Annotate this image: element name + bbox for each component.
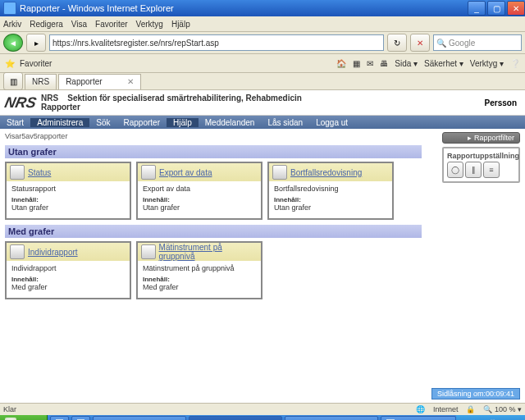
report-innehall-label: Innehåll:	[11, 196, 125, 203]
address-text: https://nrs.kvalitetsregister.se/nrs/rep…	[52, 39, 219, 48]
close-button[interactable]: ✕	[507, 1, 525, 16]
taskbar-item[interactable]: reprints - Paint	[381, 416, 456, 420]
report-card[interactable]: Export av dataExport av dataInnehåll:Uta…	[136, 162, 262, 220]
safety-menu[interactable]: Säkerhet ▾	[424, 59, 463, 68]
window-title: Rapporter - Windows Internet Explorer	[20, 3, 174, 13]
menu-hjalp[interactable]: Hjälp	[171, 20, 190, 29]
nav-start[interactable]: Start	[0, 118, 30, 127]
menu-favoriter[interactable]: Favoriter	[95, 20, 127, 29]
layout-btn-3[interactable]: ≡	[483, 162, 500, 178]
report-icon	[10, 165, 25, 180]
rapportuppstallning-panel: Rapportuppställning ◯ ‖ ≡	[442, 147, 520, 183]
section-utan-grafer: Utan grafer	[5, 145, 422, 158]
home-icon[interactable]: 🏠	[336, 59, 346, 68]
feeds-icon[interactable]: ▦	[353, 59, 360, 68]
quicktabs-button[interactable]: ▥	[3, 72, 23, 90]
tab-nrs[interactable]: NRS	[25, 74, 57, 89]
nrs-subtitle: Sektion för specialiserad smärtrehabilit…	[67, 94, 302, 103]
session-timeout: Sidlåsning om:00:09:41	[431, 388, 520, 399]
report-desc: Export av data	[143, 185, 256, 193]
report-innehall-label: Innehåll:	[274, 196, 387, 203]
report-title[interactable]: Mätinstrument på gruppnivå	[159, 243, 258, 261]
report-card[interactable]: Mätinstrument på gruppnivåMätinstrument …	[136, 241, 262, 299]
report-icon	[272, 165, 287, 180]
report-icon	[141, 244, 156, 259]
report-desc: Statusrapport	[11, 185, 125, 193]
tools-menu[interactable]: Verktyg ▾	[470, 59, 504, 68]
nav-las-sidan[interactable]: Lås sidan	[261, 118, 309, 127]
start-button[interactable]: Start	[0, 415, 48, 420]
report-card[interactable]: BortfallsredovisningBortfallsredovisning…	[267, 162, 394, 220]
address-bar[interactable]: https://nrs.kvalitetsregister.se/nrs/rep…	[49, 34, 384, 51]
search-placeholder: Google	[449, 39, 475, 48]
report-group: Utan grafer	[11, 203, 125, 212]
nav-rapporter[interactable]: Rapporter	[117, 118, 167, 127]
print-icon[interactable]: 🖶	[380, 59, 388, 68]
report-group: Utan grafer	[143, 203, 256, 212]
report-icon	[141, 165, 156, 180]
back-button[interactable]: ◄	[3, 34, 23, 52]
menu-verktyg[interactable]: Verktyg	[136, 20, 163, 29]
favorites-star-icon[interactable]: ⭐	[5, 59, 15, 68]
report-desc: Mätinstrument på gruppnivå	[143, 264, 256, 272]
menu-redigera[interactable]: Redigera	[30, 20, 63, 29]
layout-btn-2[interactable]: ‖	[465, 162, 482, 178]
tab-rapporter[interactable]: Rapporter✕	[58, 74, 140, 89]
ql-1[interactable]	[50, 416, 69, 420]
report-group: Med grafer	[11, 283, 125, 291]
section-med-grafer: Med grafer	[5, 225, 422, 238]
report-title[interactable]: Bortfallsredovisning	[290, 168, 362, 177]
search-box[interactable]: 🔍 Google	[433, 34, 522, 51]
zone-icon: 🌐	[416, 405, 425, 413]
rapportfilter-button[interactable]: ▸ Rapportfilter	[442, 132, 520, 144]
report-desc: Individrapport	[11, 264, 125, 272]
nrs-section: Rapporter	[41, 103, 302, 112]
layout-btn-1[interactable]: ◯	[447, 162, 463, 178]
favorites-label[interactable]: Favoriter	[20, 59, 52, 68]
menu-visa[interactable]: Visa	[71, 20, 87, 29]
zoom-level[interactable]: 🔍 100 % ▾	[483, 405, 522, 413]
taskbar-item[interactable]: Microsoft Excel - und...	[285, 416, 378, 420]
nrs-logo: NRS	[0, 94, 43, 112]
menu-arkiv[interactable]: Arkiv	[3, 20, 21, 29]
maximize-button[interactable]: ▢	[487, 1, 505, 16]
forward-button[interactable]: ▸	[26, 34, 46, 52]
report-icon	[10, 244, 25, 259]
report-card[interactable]: IndividrapportIndividrapportInnehåll:Med…	[5, 241, 131, 299]
nav-hjalp[interactable]: Hjälp	[167, 118, 199, 127]
report-title[interactable]: Status	[28, 168, 51, 177]
nav-administrera[interactable]: Administrera	[30, 118, 89, 127]
page-menu[interactable]: Sida ▾	[395, 59, 418, 68]
protected-mode-icon: 🔒	[466, 405, 475, 413]
ie-icon	[3, 2, 16, 15]
report-title[interactable]: Individrapport	[28, 248, 78, 257]
report-innehall-label: Innehåll:	[143, 196, 256, 203]
taskbar-item[interactable]: Arbetsbeskrivning fil...	[93, 416, 186, 420]
nav-sok[interactable]: Sök	[89, 118, 116, 127]
taskbar-item[interactable]: Rapporter - Windows...	[189, 416, 282, 420]
nav-logga-ut[interactable]: Logga ut	[309, 118, 354, 127]
nrs-username: Persson	[485, 98, 525, 107]
help-icon[interactable]: ❔	[510, 59, 520, 68]
stop-button[interactable]: ✕	[410, 34, 430, 52]
minimize-button[interactable]: _	[468, 1, 486, 16]
report-title[interactable]: Export av data	[159, 168, 212, 177]
report-desc: Bortfallsredovisning	[274, 185, 387, 193]
report-card[interactable]: StatusStatusrapportInnehåll:Utan grafer	[5, 162, 131, 220]
report-innehall-label: Innehåll:	[11, 276, 125, 283]
rapportuppstallning-title: Rapportuppställning	[447, 152, 515, 160]
tab-close-icon[interactable]: ✕	[127, 77, 134, 86]
zone-label: Internet	[433, 405, 459, 413]
refresh-button[interactable]: ↻	[387, 34, 407, 52]
mail-icon[interactable]: ✉	[367, 59, 373, 68]
nrs-brand: NRS	[41, 94, 58, 103]
report-group: Utan grafer	[274, 203, 387, 212]
report-innehall-label: Innehåll:	[143, 276, 256, 283]
ql-2[interactable]	[71, 416, 90, 420]
nav-meddelanden[interactable]: Meddelanden	[199, 118, 262, 127]
report-group: Med grafer	[143, 283, 256, 291]
status-klar: Klar	[3, 405, 16, 413]
